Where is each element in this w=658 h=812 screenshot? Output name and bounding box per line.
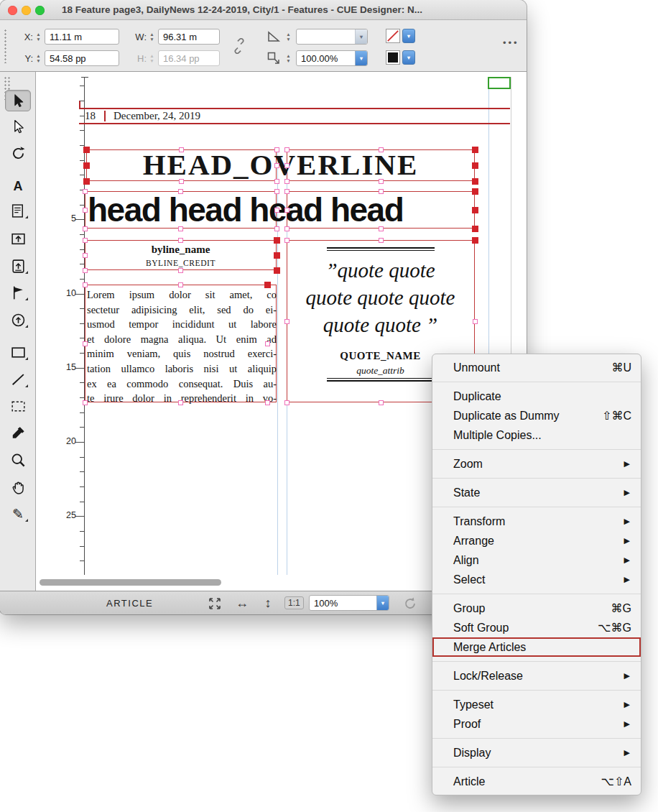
constrain-link-icon[interactable] xyxy=(231,38,247,54)
selection-handle[interactable] xyxy=(83,341,88,346)
scale-combo[interactable]: 100.00% ▼ xyxy=(296,50,368,66)
y-stepper[interactable]: ▲▼ xyxy=(34,50,42,66)
zoom-combo[interactable]: 100% ▼ xyxy=(309,595,389,611)
selection-handle[interactable] xyxy=(274,237,280,244)
selection-handle[interactable] xyxy=(284,147,289,152)
selection-handle[interactable] xyxy=(472,226,478,232)
h-input[interactable] xyxy=(158,50,220,66)
selection-handle[interactable] xyxy=(284,319,289,324)
toolbar-grip[interactable] xyxy=(4,29,8,63)
minimize-button[interactable] xyxy=(22,6,31,15)
selection-handle[interactable] xyxy=(274,208,279,213)
selection-handle[interactable] xyxy=(83,253,88,258)
stroke-color-swatch[interactable] xyxy=(386,29,400,43)
zoom-tool[interactable] xyxy=(5,449,31,471)
selection-handle[interactable] xyxy=(178,189,183,194)
fit-width-icon[interactable]: ↔ xyxy=(234,596,250,612)
menu-item-multiple-copies[interactable]: Multiple Copies... xyxy=(432,425,641,445)
selection-handle[interactable] xyxy=(379,179,384,184)
flag-tool[interactable] xyxy=(5,282,31,303)
text-frame-tool[interactable] xyxy=(5,200,31,221)
rectangle-tool[interactable] xyxy=(5,341,31,363)
menu-item-duplicate[interactable]: Duplicate xyxy=(432,387,641,406)
place-image-tool[interactable] xyxy=(5,255,31,277)
menu-item-group[interactable]: Group⌘G xyxy=(432,599,641,618)
selection-handle[interactable] xyxy=(274,179,279,184)
menu-item-arrange[interactable]: Arrange▶ xyxy=(432,531,641,550)
fullscreen-button[interactable] xyxy=(35,6,45,15)
selection-handle[interactable] xyxy=(274,163,279,168)
selection-handle[interactable] xyxy=(284,163,289,168)
menu-item-transform[interactable]: Transform▶ xyxy=(432,512,641,531)
selection-handle[interactable] xyxy=(274,252,280,259)
selection-handle[interactable] xyxy=(179,179,184,184)
selection-handle[interactable] xyxy=(274,147,279,152)
hand-tool[interactable] xyxy=(5,476,31,498)
selection-handle[interactable] xyxy=(274,267,280,274)
selection-handle[interactable] xyxy=(379,400,384,405)
stroke-color-dropdown[interactable]: ▼ xyxy=(402,29,415,43)
selection-handle[interactable] xyxy=(83,162,90,169)
folio-header[interactable]: 18 December, 24, 2019 xyxy=(79,108,510,124)
menu-item-soft-group[interactable]: Soft Group⌥⌘G xyxy=(432,618,641,637)
byline-block[interactable]: byline_name BYLINE_CREDIT xyxy=(85,244,277,267)
refresh-icon[interactable] xyxy=(402,596,418,612)
menu-item-display[interactable]: Display▶ xyxy=(432,743,641,762)
scale-stepper[interactable]: ▲▼ xyxy=(284,50,292,66)
selection-handle[interactable] xyxy=(83,400,88,405)
selection-handle[interactable] xyxy=(284,226,289,231)
marquee-tool[interactable] xyxy=(5,395,31,417)
overline-headline[interactable]: HEAD_OVERLINE xyxy=(86,149,475,181)
body-text[interactable]: Lorem ipsum dolor sit amet, cosectetur a… xyxy=(87,287,277,406)
selection-handle[interactable] xyxy=(379,189,384,194)
selection-handle[interactable] xyxy=(178,282,183,287)
menu-item-unmount[interactable]: Unmount⌘U xyxy=(432,358,641,377)
upload-tool[interactable] xyxy=(5,309,31,331)
selection-handle[interactable] xyxy=(274,226,279,231)
x-stepper[interactable]: ▲▼ xyxy=(34,29,42,45)
selection-handle[interactable] xyxy=(473,319,478,324)
selection-handle[interactable] xyxy=(83,189,88,194)
menu-item-lock-release[interactable]: Lock/Release▶ xyxy=(432,666,641,686)
menu-item-merge-articles[interactable]: Merge Articles xyxy=(432,637,641,657)
selection-handle[interactable] xyxy=(472,147,478,153)
selection-handle[interactable] xyxy=(284,400,289,405)
selection-handle[interactable] xyxy=(178,238,183,243)
selection-handle[interactable] xyxy=(265,400,270,405)
selection-handle[interactable] xyxy=(179,147,184,152)
green-frame[interactable] xyxy=(488,77,511,89)
selection-handle[interactable] xyxy=(284,238,289,243)
selection-handle[interactable] xyxy=(83,238,88,243)
more-options-button[interactable]: ••• xyxy=(503,37,519,48)
fill-color-swatch[interactable] xyxy=(386,50,400,65)
direct-select-tool[interactable] xyxy=(5,116,31,137)
horizontal-scrollbar-thumb[interactable] xyxy=(40,579,221,586)
actual-size-button[interactable]: 1:1 xyxy=(284,596,304,609)
w-input[interactable] xyxy=(158,29,220,45)
selection-handle[interactable] xyxy=(178,226,183,231)
x-input[interactable] xyxy=(45,29,119,45)
selection-handle[interactable] xyxy=(83,226,88,231)
selection-handle[interactable] xyxy=(284,189,289,194)
angle-combo[interactable]: ▼ xyxy=(296,29,368,45)
menu-item-state[interactable]: State▶ xyxy=(432,483,641,502)
selection-handle[interactable] xyxy=(178,400,183,405)
selection-handle[interactable] xyxy=(284,179,289,184)
selection-handle[interactable] xyxy=(379,238,384,243)
fit-height-icon[interactable]: ↕ xyxy=(260,596,276,612)
w-stepper[interactable]: ▲▼ xyxy=(148,29,156,45)
menu-item-article[interactable]: Article⌥⇧A xyxy=(432,772,641,791)
h-stepper[interactable]: ▲▼ xyxy=(148,50,156,66)
line-tool[interactable] xyxy=(5,369,31,390)
selection-handle[interactable] xyxy=(83,208,88,213)
fit-page-icon[interactable] xyxy=(207,596,223,612)
select-tool[interactable] xyxy=(5,90,31,111)
selection-handle[interactable] xyxy=(265,341,270,346)
selection-handle[interactable] xyxy=(379,147,384,152)
selection-handle[interactable] xyxy=(83,282,88,287)
selection-handle[interactable] xyxy=(472,188,478,195)
selection-handle[interactable] xyxy=(178,268,183,273)
selection-handle[interactable] xyxy=(472,162,478,169)
menu-item-typeset[interactable]: Typeset▶ xyxy=(432,695,641,714)
angle-stepper[interactable]: ▲▼ xyxy=(284,29,292,45)
